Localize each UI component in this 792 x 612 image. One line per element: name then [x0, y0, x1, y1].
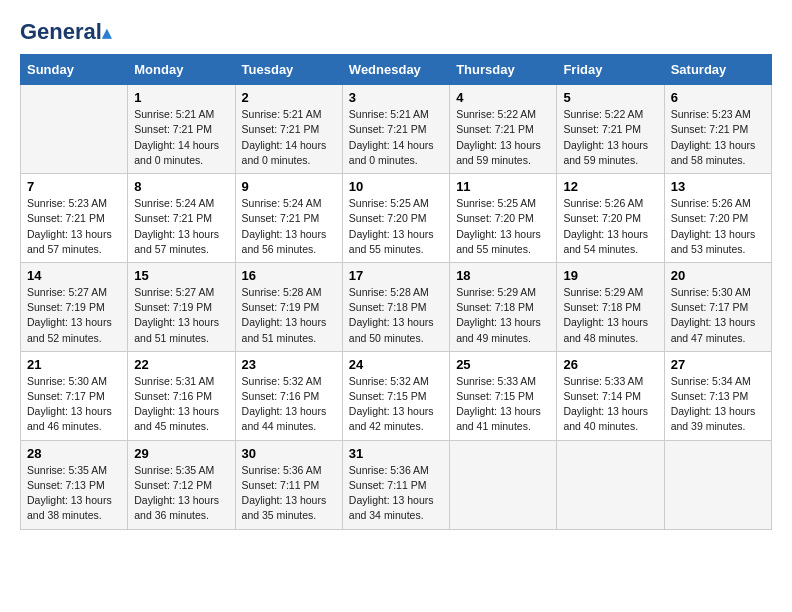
- page-header: General▴: [20, 20, 772, 44]
- day-number: 20: [671, 268, 765, 283]
- day-number: 3: [349, 90, 443, 105]
- calendar-header-row: SundayMondayTuesdayWednesdayThursdayFrid…: [21, 55, 772, 85]
- calendar-cell: [21, 85, 128, 174]
- calendar-cell: 24Sunrise: 5:32 AMSunset: 7:15 PMDayligh…: [342, 351, 449, 440]
- calendar-cell: [664, 440, 771, 529]
- day-number: 27: [671, 357, 765, 372]
- day-info: Sunrise: 5:28 AMSunset: 7:19 PMDaylight:…: [242, 285, 336, 346]
- calendar-cell: 14Sunrise: 5:27 AMSunset: 7:19 PMDayligh…: [21, 262, 128, 351]
- calendar-cell: 7Sunrise: 5:23 AMSunset: 7:21 PMDaylight…: [21, 174, 128, 263]
- calendar-cell: 31Sunrise: 5:36 AMSunset: 7:11 PMDayligh…: [342, 440, 449, 529]
- day-number: 18: [456, 268, 550, 283]
- calendar-cell: [557, 440, 664, 529]
- day-number: 15: [134, 268, 228, 283]
- day-info: Sunrise: 5:26 AMSunset: 7:20 PMDaylight:…: [671, 196, 765, 257]
- calendar-cell: 3Sunrise: 5:21 AMSunset: 7:21 PMDaylight…: [342, 85, 449, 174]
- day-number: 5: [563, 90, 657, 105]
- calendar-cell: 16Sunrise: 5:28 AMSunset: 7:19 PMDayligh…: [235, 262, 342, 351]
- day-number: 24: [349, 357, 443, 372]
- day-info: Sunrise: 5:35 AMSunset: 7:13 PMDaylight:…: [27, 463, 121, 524]
- calendar-cell: 12Sunrise: 5:26 AMSunset: 7:20 PMDayligh…: [557, 174, 664, 263]
- column-header-thursday: Thursday: [450, 55, 557, 85]
- calendar-week-row: 28Sunrise: 5:35 AMSunset: 7:13 PMDayligh…: [21, 440, 772, 529]
- day-number: 30: [242, 446, 336, 461]
- day-info: Sunrise: 5:33 AMSunset: 7:14 PMDaylight:…: [563, 374, 657, 435]
- day-info: Sunrise: 5:29 AMSunset: 7:18 PMDaylight:…: [563, 285, 657, 346]
- logo: General▴: [20, 20, 111, 44]
- day-info: Sunrise: 5:21 AMSunset: 7:21 PMDaylight:…: [134, 107, 228, 168]
- calendar-cell: 15Sunrise: 5:27 AMSunset: 7:19 PMDayligh…: [128, 262, 235, 351]
- logo-bird-icon: ▴: [102, 23, 111, 43]
- calendar-cell: 19Sunrise: 5:29 AMSunset: 7:18 PMDayligh…: [557, 262, 664, 351]
- calendar-week-row: 21Sunrise: 5:30 AMSunset: 7:17 PMDayligh…: [21, 351, 772, 440]
- calendar-cell: 22Sunrise: 5:31 AMSunset: 7:16 PMDayligh…: [128, 351, 235, 440]
- day-number: 9: [242, 179, 336, 194]
- calendar-week-row: 1Sunrise: 5:21 AMSunset: 7:21 PMDaylight…: [21, 85, 772, 174]
- calendar-cell: 6Sunrise: 5:23 AMSunset: 7:21 PMDaylight…: [664, 85, 771, 174]
- day-number: 6: [671, 90, 765, 105]
- day-number: 11: [456, 179, 550, 194]
- day-info: Sunrise: 5:22 AMSunset: 7:21 PMDaylight:…: [456, 107, 550, 168]
- day-info: Sunrise: 5:33 AMSunset: 7:15 PMDaylight:…: [456, 374, 550, 435]
- day-info: Sunrise: 5:36 AMSunset: 7:11 PMDaylight:…: [242, 463, 336, 524]
- day-number: 14: [27, 268, 121, 283]
- calendar-cell: 1Sunrise: 5:21 AMSunset: 7:21 PMDaylight…: [128, 85, 235, 174]
- day-number: 19: [563, 268, 657, 283]
- day-info: Sunrise: 5:30 AMSunset: 7:17 PMDaylight:…: [671, 285, 765, 346]
- day-number: 16: [242, 268, 336, 283]
- calendar-cell: 8Sunrise: 5:24 AMSunset: 7:21 PMDaylight…: [128, 174, 235, 263]
- day-number: 8: [134, 179, 228, 194]
- day-number: 10: [349, 179, 443, 194]
- day-info: Sunrise: 5:26 AMSunset: 7:20 PMDaylight:…: [563, 196, 657, 257]
- day-info: Sunrise: 5:30 AMSunset: 7:17 PMDaylight:…: [27, 374, 121, 435]
- calendar-week-row: 7Sunrise: 5:23 AMSunset: 7:21 PMDaylight…: [21, 174, 772, 263]
- day-info: Sunrise: 5:31 AMSunset: 7:16 PMDaylight:…: [134, 374, 228, 435]
- day-info: Sunrise: 5:32 AMSunset: 7:16 PMDaylight:…: [242, 374, 336, 435]
- calendar-table: SundayMondayTuesdayWednesdayThursdayFrid…: [20, 54, 772, 529]
- column-header-friday: Friday: [557, 55, 664, 85]
- day-number: 2: [242, 90, 336, 105]
- day-info: Sunrise: 5:36 AMSunset: 7:11 PMDaylight:…: [349, 463, 443, 524]
- calendar-cell: 30Sunrise: 5:36 AMSunset: 7:11 PMDayligh…: [235, 440, 342, 529]
- column-header-monday: Monday: [128, 55, 235, 85]
- calendar-cell: 27Sunrise: 5:34 AMSunset: 7:13 PMDayligh…: [664, 351, 771, 440]
- day-info: Sunrise: 5:29 AMSunset: 7:18 PMDaylight:…: [456, 285, 550, 346]
- day-info: Sunrise: 5:35 AMSunset: 7:12 PMDaylight:…: [134, 463, 228, 524]
- calendar-cell: 28Sunrise: 5:35 AMSunset: 7:13 PMDayligh…: [21, 440, 128, 529]
- calendar-cell: 9Sunrise: 5:24 AMSunset: 7:21 PMDaylight…: [235, 174, 342, 263]
- day-info: Sunrise: 5:21 AMSunset: 7:21 PMDaylight:…: [349, 107, 443, 168]
- day-info: Sunrise: 5:25 AMSunset: 7:20 PMDaylight:…: [456, 196, 550, 257]
- day-info: Sunrise: 5:27 AMSunset: 7:19 PMDaylight:…: [134, 285, 228, 346]
- column-header-sunday: Sunday: [21, 55, 128, 85]
- calendar-cell: [450, 440, 557, 529]
- logo-general: General: [20, 19, 102, 44]
- day-number: 1: [134, 90, 228, 105]
- calendar-cell: 4Sunrise: 5:22 AMSunset: 7:21 PMDaylight…: [450, 85, 557, 174]
- day-info: Sunrise: 5:21 AMSunset: 7:21 PMDaylight:…: [242, 107, 336, 168]
- day-info: Sunrise: 5:25 AMSunset: 7:20 PMDaylight:…: [349, 196, 443, 257]
- day-info: Sunrise: 5:22 AMSunset: 7:21 PMDaylight:…: [563, 107, 657, 168]
- calendar-cell: 26Sunrise: 5:33 AMSunset: 7:14 PMDayligh…: [557, 351, 664, 440]
- day-number: 23: [242, 357, 336, 372]
- day-number: 25: [456, 357, 550, 372]
- calendar-cell: 18Sunrise: 5:29 AMSunset: 7:18 PMDayligh…: [450, 262, 557, 351]
- day-number: 26: [563, 357, 657, 372]
- calendar-cell: 20Sunrise: 5:30 AMSunset: 7:17 PMDayligh…: [664, 262, 771, 351]
- day-number: 17: [349, 268, 443, 283]
- calendar-cell: 17Sunrise: 5:28 AMSunset: 7:18 PMDayligh…: [342, 262, 449, 351]
- day-number: 28: [27, 446, 121, 461]
- day-number: 22: [134, 357, 228, 372]
- day-info: Sunrise: 5:27 AMSunset: 7:19 PMDaylight:…: [27, 285, 121, 346]
- day-info: Sunrise: 5:28 AMSunset: 7:18 PMDaylight:…: [349, 285, 443, 346]
- day-info: Sunrise: 5:32 AMSunset: 7:15 PMDaylight:…: [349, 374, 443, 435]
- day-info: Sunrise: 5:24 AMSunset: 7:21 PMDaylight:…: [134, 196, 228, 257]
- calendar-cell: 5Sunrise: 5:22 AMSunset: 7:21 PMDaylight…: [557, 85, 664, 174]
- day-info: Sunrise: 5:23 AMSunset: 7:21 PMDaylight:…: [671, 107, 765, 168]
- day-info: Sunrise: 5:24 AMSunset: 7:21 PMDaylight:…: [242, 196, 336, 257]
- day-info: Sunrise: 5:23 AMSunset: 7:21 PMDaylight:…: [27, 196, 121, 257]
- day-number: 4: [456, 90, 550, 105]
- day-number: 13: [671, 179, 765, 194]
- calendar-cell: 11Sunrise: 5:25 AMSunset: 7:20 PMDayligh…: [450, 174, 557, 263]
- calendar-cell: 10Sunrise: 5:25 AMSunset: 7:20 PMDayligh…: [342, 174, 449, 263]
- calendar-cell: 21Sunrise: 5:30 AMSunset: 7:17 PMDayligh…: [21, 351, 128, 440]
